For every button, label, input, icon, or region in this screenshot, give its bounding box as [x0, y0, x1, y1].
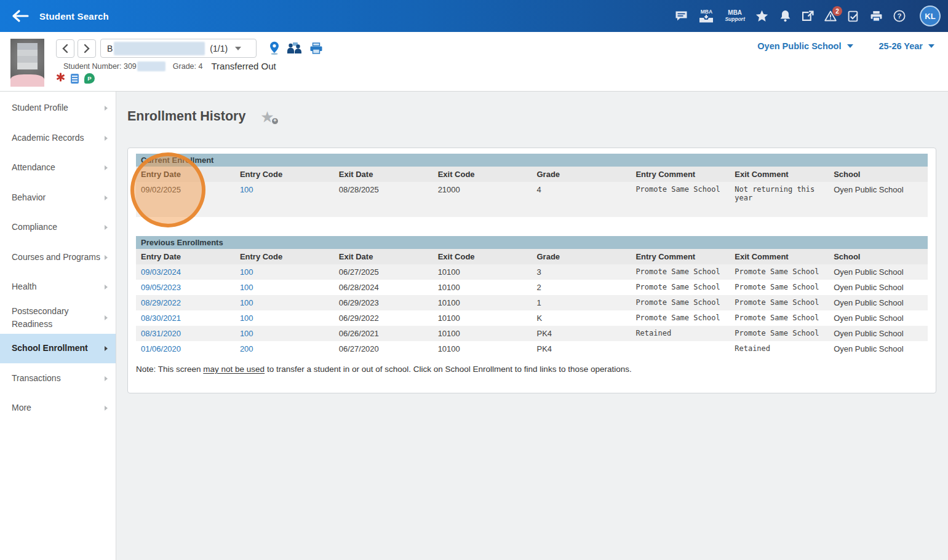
back-arrow-icon: [11, 9, 30, 23]
sidebar-item-label: More: [12, 401, 105, 415]
cell-entry-code[interactable]: 100: [235, 182, 334, 217]
year-selector[interactable]: 25-26 Year: [879, 41, 935, 51]
back-arrow-button[interactable]: [11, 9, 30, 23]
cell-entry-code[interactable]: 200: [235, 341, 334, 357]
cell-exit-code: 10100: [433, 310, 532, 326]
sidebar-item-label: School Enrollment: [12, 342, 105, 355]
alerts-warning-icon[interactable]: 2: [824, 10, 837, 22]
enrollment-status-label: Transferred Out: [211, 61, 276, 71]
cell-exit-date: 06/26/2021: [334, 326, 433, 341]
cell-exit-date: 06/29/2023: [334, 295, 433, 310]
form-check-icon[interactable]: [847, 10, 859, 22]
cell-exit-date: 06/27/2025: [334, 264, 433, 280]
student-selector-dropdown[interactable]: B (1/1): [100, 39, 257, 58]
column-header-entry-comment: Entry Comment: [631, 249, 730, 264]
cell-entry-code[interactable]: 100: [235, 310, 334, 326]
sidebar-item-label: Attendance: [12, 161, 105, 175]
cell-exit-code: 21000: [433, 182, 532, 217]
next-student-button[interactable]: [78, 39, 96, 58]
print-student-icon[interactable]: [309, 42, 323, 55]
student-action-icons: [269, 41, 323, 55]
cell-exit-date: 06/28/2024: [334, 280, 433, 295]
column-header-entry-code: Entry Code: [235, 249, 334, 264]
cell-exit-comment: Promote Same School: [730, 326, 829, 341]
user-avatar[interactable]: KL: [920, 6, 941, 26]
cell-entry-code[interactable]: 100: [235, 326, 334, 341]
messages-icon[interactable]: [675, 10, 688, 22]
previous-student-button[interactable]: [56, 39, 74, 58]
column-header-grade: Grade: [532, 167, 631, 182]
sidebar-item-transactions[interactable]: Transactions: [0, 363, 116, 393]
transfer-people-icon[interactable]: [287, 42, 303, 55]
cell-entry-date[interactable]: 09/05/2023: [136, 280, 235, 295]
school-selector[interactable]: Oyen Public School: [757, 41, 853, 51]
notifications-bell-icon[interactable]: [779, 10, 791, 22]
table-row: 09/05/202310006/28/2024101002Promote Sam…: [136, 280, 928, 295]
sidebar-item-label: Transactions: [12, 372, 105, 385]
sidebar-item-student-profile[interactable]: Student Profile: [0, 93, 116, 124]
context-selectors: Oyen Public School 25-26 Year: [757, 41, 934, 51]
mba-support-link[interactable]: MBA Support: [725, 10, 745, 22]
sidebar-item-more[interactable]: More: [0, 393, 116, 424]
cell-entry-date: 09/02/2025: [136, 182, 235, 217]
sidebar-item-label: Health: [12, 280, 105, 294]
sidebar-item-label: Postsecondary Readiness: [12, 305, 105, 331]
column-header-entry-comment: Entry Comment: [631, 167, 730, 182]
chevron-right-icon: [105, 106, 108, 111]
sidebar-item-compliance[interactable]: Compliance: [0, 213, 116, 243]
cell-school: Oyen Public School: [829, 310, 928, 326]
student-pager: (1/1): [210, 44, 228, 53]
column-header-grade: Grade: [532, 249, 631, 264]
previous-enrollments-table: Previous Enrollments Entry DateEntry Cod…: [136, 236, 928, 357]
column-header-exit-date: Exit Date: [334, 249, 433, 264]
sidebar-item-courses-and-programs[interactable]: Courses and Programs: [0, 243, 116, 273]
sidebar-item-label: Behavior: [12, 191, 105, 205]
sidebar-item-postsecondary-readiness[interactable]: Postsecondary Readiness: [0, 302, 116, 334]
table-row: 09/02/202510008/28/2025210004Promote Sam…: [136, 182, 928, 217]
medical-alert-icon[interactable]: [56, 73, 65, 84]
chevron-right-icon: [83, 44, 90, 53]
cell-entry-code[interactable]: 100: [235, 295, 334, 310]
chevron-right-icon: [105, 315, 108, 320]
cell-entry-date[interactable]: 08/29/2022: [136, 295, 235, 310]
sidebar-item-behavior[interactable]: Behavior: [0, 183, 116, 213]
cell-entry-date[interactable]: 09/03/2024: [136, 264, 235, 280]
table-band-label: Current Enrollment: [136, 154, 928, 167]
cell-exit-comment: Promote Same School: [730, 295, 829, 310]
cell-grade: 2: [532, 280, 631, 295]
sidebar-item-attendance[interactable]: Attendance: [0, 153, 116, 183]
cell-grade: 4: [532, 182, 631, 217]
cell-entry-date[interactable]: 08/31/2020: [136, 326, 235, 341]
help-icon[interactable]: ?: [893, 10, 906, 22]
cell-exit-date: 08/28/2025: [334, 182, 433, 217]
cell-entry-date[interactable]: 01/06/2020: [136, 341, 235, 357]
chevron-right-icon: [105, 165, 108, 170]
cell-entry-date[interactable]: 08/30/2021: [136, 310, 235, 326]
student-name: B: [107, 44, 113, 53]
sidebar-item-label: Academic Records: [12, 132, 105, 145]
cell-exit-code: 10100: [433, 341, 532, 357]
table-row: 08/29/202210006/29/2023101001Promote Sam…: [136, 295, 928, 310]
student-photo: [10, 39, 44, 87]
sidebar-item-health[interactable]: Health: [0, 272, 116, 302]
print-icon[interactable]: [870, 10, 883, 22]
add-to-favorites-star-icon[interactable]: ★+: [260, 111, 274, 123]
cell-entry-code[interactable]: 100: [235, 280, 334, 295]
cell-exit-date: 06/29/2022: [334, 310, 433, 326]
sidebar-item-school-enrollment[interactable]: School Enrollment: [0, 334, 116, 364]
sidebar-item-academic-records[interactable]: Academic Records: [0, 124, 116, 154]
location-pin-icon[interactable]: [269, 41, 280, 55]
document-icon[interactable]: [71, 74, 79, 84]
svg-text:?: ?: [897, 12, 901, 20]
student-meta-line: Student Number: 309 Grade: 4 Transferred…: [63, 61, 276, 71]
mba-inbox-icon[interactable]: MBA: [698, 9, 714, 23]
favorites-star-icon[interactable]: [755, 10, 768, 22]
powerschool-p-icon[interactable]: P: [84, 73, 95, 84]
cell-entry-code[interactable]: 100: [235, 264, 334, 280]
external-link-icon[interactable]: [802, 10, 814, 22]
cell-exit-comment: Promote Same School: [730, 280, 829, 295]
chevron-right-icon: [105, 255, 108, 260]
student-flag-icons: P: [56, 73, 95, 84]
cell-exit-code: 10100: [433, 326, 532, 341]
column-header-entry-date: Entry Date: [136, 249, 235, 264]
